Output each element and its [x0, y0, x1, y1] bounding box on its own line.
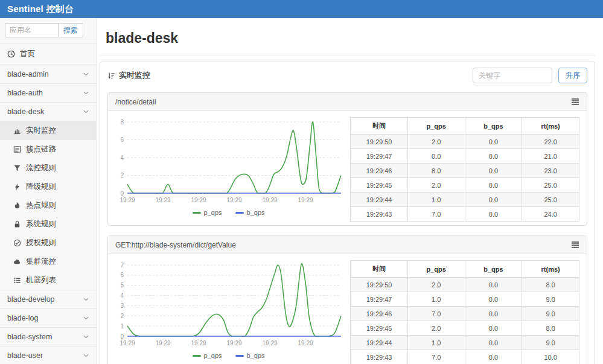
- svg-text:2: 2: [120, 172, 124, 179]
- sidebar-item-label: 簇点链路: [26, 144, 56, 155]
- check-circle-icon: [13, 239, 21, 247]
- sidebar-item-system-rules[interactable]: 系统规则: [0, 215, 96, 234]
- svg-text:19:29: 19:29: [155, 340, 170, 346]
- sidebar-item-cluster-link[interactable]: 簇点链路: [0, 140, 96, 159]
- sort-ascending-button[interactable]: 升序: [558, 68, 587, 83]
- sidebar-group-label: blade-desk: [7, 107, 44, 116]
- hamburger-menu-icon[interactable]: [571, 241, 579, 248]
- sidebar-group-blade-desk[interactable]: blade-desk: [0, 103, 96, 121]
- svg-text:19:29: 19:29: [226, 197, 241, 203]
- svg-text:19:29: 19:29: [298, 340, 313, 346]
- legend-item-p-qps: p_qps: [193, 352, 222, 359]
- table-header-cell: p_qps: [407, 261, 465, 278]
- table-row: 19:29:441.00.025.0: [351, 193, 579, 207]
- table-cell: 7.0: [407, 307, 465, 321]
- resource-title: /notice/detail: [115, 98, 156, 106]
- sidebar-group-blade-develop[interactable]: blade-develop: [0, 290, 96, 309]
- table-cell: 0.0: [465, 149, 522, 164]
- svg-text:7: 7: [120, 262, 124, 269]
- svg-text:19:29: 19:29: [262, 197, 277, 203]
- panel-header: 实时监控 升序: [100, 62, 595, 88]
- sidebar-item-label: 首页: [20, 49, 35, 59]
- qps-table-wrap: 时间p_qpsb_qpsrt(ms)19:29:502.00.08.019:29…: [346, 258, 582, 364]
- table-cell: 7.0: [407, 207, 465, 222]
- legend-label: b_qps: [247, 209, 265, 216]
- sidebar-item-realtime-monitor[interactable]: 实时监控: [0, 121, 96, 140]
- qps-table: 时间p_qpsb_qpsrt(ms)19:29:502.00.08.019:29…: [350, 260, 579, 364]
- page-title: blade-desk: [106, 30, 595, 46]
- line-chart-canvas: 0123456719:2919:2919:2919:2919:2919:29: [110, 259, 346, 352]
- table-row: 19:29:437.00.024.0: [351, 207, 579, 222]
- chevron-down-icon: [83, 91, 89, 95]
- svg-text:3: 3: [120, 302, 124, 309]
- hamburger-menu-icon[interactable]: [571, 98, 579, 105]
- sidebar-item-flow-rules[interactable]: 流控规则: [0, 159, 96, 177]
- svg-text:19:29: 19:29: [226, 340, 241, 346]
- app-search-input[interactable]: [5, 23, 58, 37]
- svg-text:6: 6: [120, 272, 124, 278]
- sidebar-group-label: blade-system: [7, 333, 52, 341]
- sidebar-item-authority-rules[interactable]: 授权规则: [0, 234, 96, 252]
- svg-text:8: 8: [120, 119, 124, 126]
- legend-item-b-qps: b_qps: [235, 209, 265, 216]
- table-cell: 0.0: [465, 321, 522, 336]
- table-header-cell: b_qps: [465, 118, 522, 135]
- sidebar-group-blade-admin[interactable]: blade-admin: [0, 65, 96, 84]
- p-qps-swatch-icon: [193, 355, 201, 357]
- svg-text:19:29: 19:29: [155, 197, 170, 203]
- sidebar-item-label: 降级规则: [26, 182, 56, 192]
- sidebar-item-machine-list[interactable]: 机器列表: [0, 271, 96, 290]
- table-cell: 19:29:46: [351, 307, 408, 321]
- sidebar-group-blade-system[interactable]: blade-system: [0, 328, 96, 346]
- svg-text:6: 6: [120, 136, 124, 143]
- sort-amount-icon: [107, 72, 115, 80]
- sidebar-item-home[interactable]: 首页: [0, 43, 96, 65]
- svg-text:4: 4: [120, 292, 124, 299]
- title-divider: [100, 55, 595, 56]
- bolt-icon: [13, 183, 21, 191]
- table-row: 19:29:437.00.010.0: [351, 350, 579, 364]
- chart-legend: p_qps b_qps: [110, 209, 346, 216]
- table-cell: 8.0: [407, 164, 465, 178]
- legend-label: p_qps: [204, 352, 222, 359]
- app-title: Sentinel 控制台: [7, 4, 74, 15]
- app-search-button[interactable]: 搜索: [58, 23, 83, 37]
- svg-text:0: 0: [120, 190, 124, 197]
- sidebar-item-degrade-rules[interactable]: 降级规则: [0, 177, 96, 196]
- svg-text:4: 4: [120, 155, 124, 161]
- line-chart-canvas: 0246819:2919:2919:2919:2919:2919:29: [110, 116, 346, 209]
- fire-icon: [13, 202, 21, 209]
- resource-card-body: 0123456719:2919:2919:2919:2919:2919:29 p…: [108, 254, 587, 364]
- table-row: 19:29:470.00.021.0: [351, 149, 579, 164]
- table-cell: 2.0: [407, 321, 465, 336]
- table-cell: 0.0: [465, 336, 522, 350]
- table-row: 19:29:468.00.023.0: [351, 164, 579, 178]
- panel-title: 实时监控: [119, 70, 150, 81]
- sidebar-item-label: 集群流控: [26, 257, 56, 267]
- table-cell: 9.0: [522, 336, 579, 350]
- table-row: 19:29:502.00.022.0: [351, 135, 579, 149]
- chevron-down-icon: [83, 298, 89, 301]
- blade-desk-submenu: 实时监控 簇点链路 流控规则 降级规则: [0, 121, 96, 290]
- b-qps-swatch-icon: [235, 355, 244, 357]
- table-cell: 19:29:47: [351, 292, 408, 307]
- table-cell: 19:29:44: [351, 193, 408, 207]
- table-cell: 25.0: [522, 193, 579, 207]
- sidebar-item-hotspot-rules[interactable]: 热点规则: [0, 196, 96, 215]
- table-row: 19:29:502.00.08.0: [351, 278, 579, 292]
- sidebar-group-blade-log[interactable]: blade-log: [0, 309, 96, 328]
- qps-table: 时间p_qpsb_qpsrt(ms)19:29:502.00.022.019:2…: [350, 117, 579, 222]
- bar-chart-icon: [13, 127, 21, 135]
- table-cell: 0.0: [465, 292, 522, 307]
- sidebar-group-blade-auth[interactable]: blade-auth: [0, 84, 96, 103]
- cloud-icon: [13, 258, 21, 266]
- sidebar-item-cluster-flow[interactable]: 集群流控: [0, 252, 96, 271]
- table-cell: 10.0: [522, 350, 579, 364]
- sidebar-item-label: 授权规则: [26, 238, 56, 248]
- table-cell: 0.0: [465, 278, 522, 292]
- table-cell: 19:29:46: [351, 164, 408, 178]
- svg-text:19:29: 19:29: [298, 197, 313, 203]
- sidebar-group-blade-user[interactable]: blade-user: [0, 346, 96, 364]
- table-cell: 2.0: [407, 135, 465, 149]
- keyword-input[interactable]: [473, 68, 552, 83]
